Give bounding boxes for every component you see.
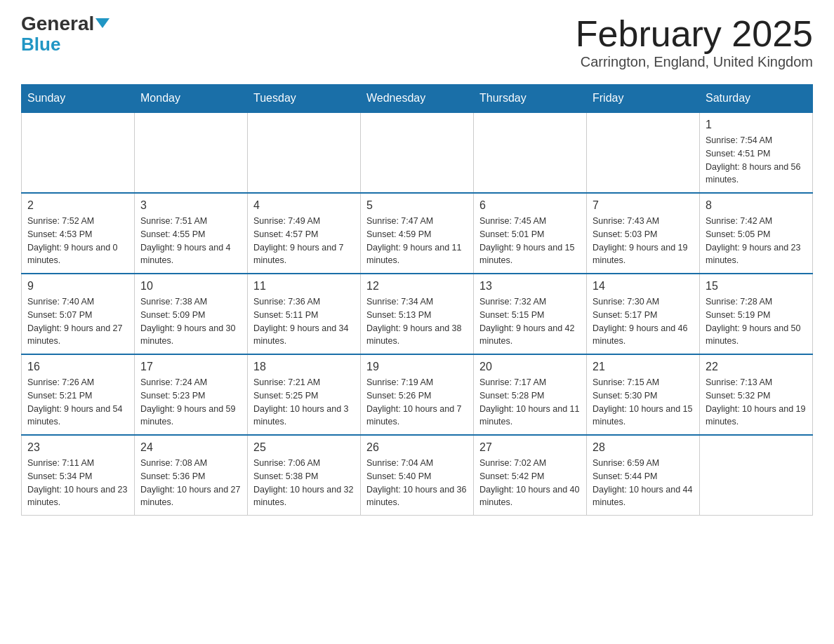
- calendar-cell: 3Sunrise: 7:51 AMSunset: 4:55 PMDaylight…: [135, 193, 248, 274]
- title-block: February 2025 Carrington, England, Unite…: [576, 14, 813, 70]
- day-info: Sunrise: 7:54 AMSunset: 4:51 PMDaylight:…: [706, 134, 807, 187]
- day-number: 5: [366, 199, 468, 212]
- calendar-cell: [700, 435, 813, 516]
- calendar-cell: 14Sunrise: 7:30 AMSunset: 5:17 PMDayligh…: [587, 274, 700, 354]
- calendar-cell: 26Sunrise: 7:04 AMSunset: 5:40 PMDayligh…: [361, 435, 474, 516]
- day-info: Sunrise: 7:51 AMSunset: 4:55 PMDaylight:…: [140, 215, 241, 267]
- calendar-cell: 27Sunrise: 7:02 AMSunset: 5:42 PMDayligh…: [474, 435, 587, 516]
- day-info: Sunrise: 7:42 AMSunset: 5:05 PMDaylight:…: [706, 215, 807, 267]
- calendar-cell: 9Sunrise: 7:40 AMSunset: 5:07 PMDaylight…: [22, 274, 135, 354]
- day-info: Sunrise: 7:19 AMSunset: 5:26 PMDaylight:…: [366, 376, 468, 429]
- day-number: 4: [253, 199, 355, 212]
- day-number: 10: [140, 280, 241, 293]
- calendar-cell: 25Sunrise: 7:06 AMSunset: 5:38 PMDayligh…: [248, 435, 361, 516]
- header-tuesday: Tuesday: [248, 85, 361, 113]
- day-number: 6: [479, 199, 581, 212]
- day-number: 1: [706, 119, 807, 131]
- calendar-cell: 12Sunrise: 7:34 AMSunset: 5:13 PMDayligh…: [361, 274, 474, 354]
- day-number: 14: [593, 280, 694, 293]
- calendar-cell: [135, 112, 248, 193]
- day-info: Sunrise: 7:04 AMSunset: 5:40 PMDaylight:…: [366, 457, 468, 509]
- header-friday: Friday: [587, 85, 700, 113]
- calendar-cell: 10Sunrise: 7:38 AMSunset: 5:09 PMDayligh…: [135, 274, 248, 354]
- logo: General Blue: [21, 14, 110, 55]
- calendar-cell: 18Sunrise: 7:21 AMSunset: 5:25 PMDayligh…: [248, 354, 361, 435]
- day-info: Sunrise: 7:21 AMSunset: 5:25 PMDaylight:…: [253, 376, 355, 429]
- day-number: 26: [366, 441, 468, 454]
- calendar-cell: 22Sunrise: 7:13 AMSunset: 5:32 PMDayligh…: [700, 354, 813, 435]
- weekday-header-row: Sunday Monday Tuesday Wednesday Thursday…: [22, 85, 813, 113]
- day-number: 8: [706, 199, 807, 212]
- header-saturday: Saturday: [700, 85, 813, 113]
- day-number: 7: [593, 199, 694, 212]
- day-info: Sunrise: 7:34 AMSunset: 5:13 PMDaylight:…: [366, 295, 468, 348]
- svg-marker-0: [95, 18, 110, 28]
- day-info: Sunrise: 7:36 AMSunset: 5:11 PMDaylight:…: [253, 295, 355, 348]
- day-number: 13: [479, 280, 581, 293]
- header-thursday: Thursday: [474, 85, 587, 113]
- location: Carrington, England, United Kingdom: [576, 54, 813, 70]
- day-info: Sunrise: 7:17 AMSunset: 5:28 PMDaylight:…: [479, 376, 581, 429]
- day-number: 2: [27, 199, 128, 212]
- calendar-week-row: 9Sunrise: 7:40 AMSunset: 5:07 PMDaylight…: [22, 274, 813, 354]
- calendar-week-row: 1Sunrise: 7:54 AMSunset: 4:51 PMDaylight…: [22, 112, 813, 193]
- day-info: Sunrise: 7:28 AMSunset: 5:19 PMDaylight:…: [706, 295, 807, 348]
- calendar-cell: 6Sunrise: 7:45 AMSunset: 5:01 PMDaylight…: [474, 193, 587, 274]
- logo-text1: General: [21, 14, 94, 34]
- day-info: Sunrise: 7:32 AMSunset: 5:15 PMDaylight:…: [479, 295, 581, 348]
- calendar-cell: [361, 112, 474, 193]
- calendar-cell: [248, 112, 361, 193]
- header-wednesday: Wednesday: [361, 85, 474, 113]
- day-info: Sunrise: 7:38 AMSunset: 5:09 PMDaylight:…: [140, 295, 241, 348]
- calendar-cell: 1Sunrise: 7:54 AMSunset: 4:51 PMDaylight…: [700, 112, 813, 193]
- day-number: 20: [479, 361, 581, 373]
- day-info: Sunrise: 7:43 AMSunset: 5:03 PMDaylight:…: [593, 215, 694, 267]
- day-info: Sunrise: 7:45 AMSunset: 5:01 PMDaylight:…: [479, 215, 581, 267]
- calendar-cell: 4Sunrise: 7:49 AMSunset: 4:57 PMDaylight…: [248, 193, 361, 274]
- day-info: Sunrise: 7:02 AMSunset: 5:42 PMDaylight:…: [479, 457, 581, 509]
- day-info: Sunrise: 7:47 AMSunset: 4:59 PMDaylight:…: [366, 215, 468, 267]
- calendar-cell: 7Sunrise: 7:43 AMSunset: 5:03 PMDaylight…: [587, 193, 700, 274]
- calendar-cell: 20Sunrise: 7:17 AMSunset: 5:28 PMDayligh…: [474, 354, 587, 435]
- day-number: 15: [706, 280, 807, 293]
- day-info: Sunrise: 7:26 AMSunset: 5:21 PMDaylight:…: [27, 376, 128, 429]
- calendar-week-row: 2Sunrise: 7:52 AMSunset: 4:53 PMDaylight…: [22, 193, 813, 274]
- calendar: Sunday Monday Tuesday Wednesday Thursday…: [21, 84, 813, 516]
- page-header: General Blue February 2025 Carrington, E…: [21, 14, 813, 70]
- header-sunday: Sunday: [22, 85, 135, 113]
- calendar-cell: 21Sunrise: 7:15 AMSunset: 5:30 PMDayligh…: [587, 354, 700, 435]
- calendar-week-row: 23Sunrise: 7:11 AMSunset: 5:34 PMDayligh…: [22, 435, 813, 516]
- calendar-cell: 2Sunrise: 7:52 AMSunset: 4:53 PMDaylight…: [22, 193, 135, 274]
- calendar-cell: [587, 112, 700, 193]
- day-info: Sunrise: 7:11 AMSunset: 5:34 PMDaylight:…: [27, 457, 128, 509]
- calendar-cell: 23Sunrise: 7:11 AMSunset: 5:34 PMDayligh…: [22, 435, 135, 516]
- calendar-cell: 28Sunrise: 6:59 AMSunset: 5:44 PMDayligh…: [587, 435, 700, 516]
- day-number: 3: [140, 199, 241, 212]
- day-number: 23: [27, 441, 128, 454]
- logo-arrow-icon: [95, 18, 110, 28]
- day-info: Sunrise: 7:49 AMSunset: 4:57 PMDaylight:…: [253, 215, 355, 267]
- day-info: Sunrise: 7:24 AMSunset: 5:23 PMDaylight:…: [140, 376, 241, 429]
- day-info: Sunrise: 7:52 AMSunset: 4:53 PMDaylight:…: [27, 215, 128, 267]
- day-number: 11: [253, 280, 355, 293]
- calendar-cell: 5Sunrise: 7:47 AMSunset: 4:59 PMDaylight…: [361, 193, 474, 274]
- day-info: Sunrise: 7:08 AMSunset: 5:36 PMDaylight:…: [140, 457, 241, 509]
- calendar-cell: 24Sunrise: 7:08 AMSunset: 5:36 PMDayligh…: [135, 435, 248, 516]
- day-number: 27: [479, 441, 581, 454]
- calendar-cell: 15Sunrise: 7:28 AMSunset: 5:19 PMDayligh…: [700, 274, 813, 354]
- day-info: Sunrise: 6:59 AMSunset: 5:44 PMDaylight:…: [593, 457, 694, 509]
- day-number: 25: [253, 441, 355, 454]
- day-number: 18: [253, 361, 355, 373]
- day-info: Sunrise: 7:30 AMSunset: 5:17 PMDaylight:…: [593, 295, 694, 348]
- day-info: Sunrise: 7:40 AMSunset: 5:07 PMDaylight:…: [27, 295, 128, 348]
- header-monday: Monday: [135, 85, 248, 113]
- calendar-week-row: 16Sunrise: 7:26 AMSunset: 5:21 PMDayligh…: [22, 354, 813, 435]
- month-title: February 2025: [576, 14, 813, 54]
- day-number: 28: [593, 441, 694, 454]
- calendar-cell: 19Sunrise: 7:19 AMSunset: 5:26 PMDayligh…: [361, 354, 474, 435]
- day-info: Sunrise: 7:13 AMSunset: 5:32 PMDaylight:…: [706, 376, 807, 429]
- calendar-cell: 13Sunrise: 7:32 AMSunset: 5:15 PMDayligh…: [474, 274, 587, 354]
- day-number: 12: [366, 280, 468, 293]
- logo-text2: Blue: [21, 34, 60, 55]
- day-number: 21: [593, 361, 694, 373]
